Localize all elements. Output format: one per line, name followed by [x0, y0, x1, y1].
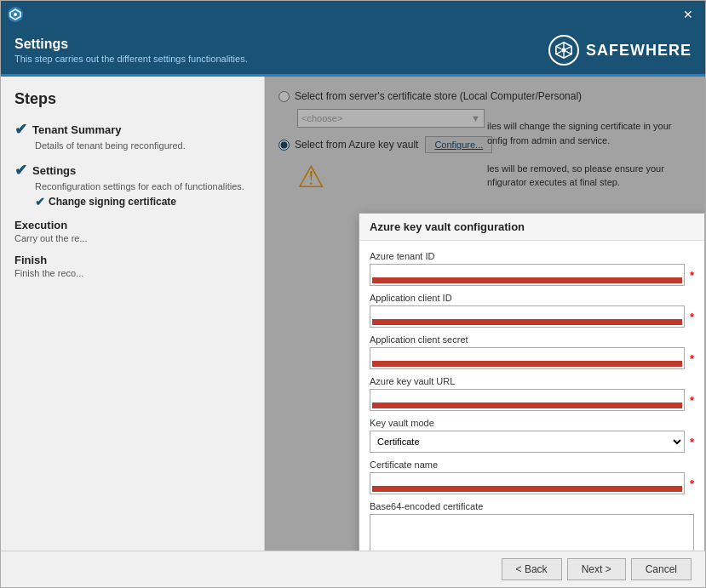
svg-point-1 — [14, 13, 17, 16]
step-name-2: Settings — [32, 164, 76, 177]
svg-line-8 — [556, 51, 561, 54]
execution-desc: Carry out the re... — [14, 233, 250, 243]
header: Settings This step carries out the diffe… — [1, 28, 705, 77]
step-tenant-summary: ✔ Tenant Summary Details of tenant being… — [14, 120, 250, 151]
field-keyvault-url: Azure key vault URL * — [370, 376, 694, 411]
input-wrapper-keyvault-url — [370, 389, 685, 411]
field-base64-cert: Base64-encoded certificate — [370, 501, 694, 551]
required-2: * — [690, 311, 694, 323]
required-4: * — [690, 394, 694, 407]
input-cert-name[interactable] — [370, 472, 685, 494]
field-label-keyvault-mode: Key vault mode — [370, 418, 694, 428]
sidebar-heading: Steps — [14, 90, 250, 108]
modal-dialog: Azure key vault configuration Azure tena… — [359, 213, 705, 551]
field-cert-name: Certificate name * — [370, 460, 694, 494]
logo-text: SAFEWHERE — [586, 42, 692, 60]
field-label-keyvault-url: Azure key vault URL — [370, 376, 694, 386]
field-azure-tenant-id: Azure tenant ID * — [370, 251, 694, 286]
field-label-app-client-secret: Application client secret — [370, 334, 694, 345]
title-bar: ✕ — [1, 1, 705, 28]
check-icon-1: ✔ — [14, 120, 27, 139]
field-row-app-client-id: * — [370, 305, 694, 328]
field-label-cert-name: Certificate name — [370, 460, 694, 470]
required-6: * — [690, 477, 694, 490]
header-subtitle: This step carries out the different sett… — [14, 54, 248, 64]
field-row-keyvault-mode: Certificate Secret Managed Identity * — [370, 431, 694, 453]
step-name-1: Tenant Summary — [32, 123, 122, 136]
modal-title: Azure key vault configuration — [359, 214, 704, 241]
select-keyvault-mode[interactable]: Certificate Secret Managed Identity — [370, 431, 685, 453]
close-button[interactable]: ✕ — [678, 4, 698, 25]
next-button[interactable]: Next > — [567, 558, 626, 580]
field-label-app-client-id: Application client ID — [370, 293, 694, 303]
input-app-client-secret[interactable] — [370, 347, 685, 369]
field-label-tenant-id: Azure tenant ID — [370, 251, 694, 261]
step-execution: Execution Carry out the re... — [14, 219, 250, 243]
back-button[interactable]: < Back — [502, 558, 562, 580]
input-wrapper-app-client-id — [370, 305, 685, 328]
execution-title: Execution — [14, 219, 67, 231]
required-5: * — [690, 436, 694, 448]
textarea-base64[interactable] — [370, 514, 694, 551]
check-icon-sub-2: ✔ — [35, 195, 45, 208]
svg-line-6 — [556, 46, 561, 49]
step-title: ✔ Tenant Summary — [14, 120, 250, 139]
input-wrapper-app-client-secret — [370, 347, 685, 369]
field-app-client-secret: Application client secret * — [370, 334, 694, 369]
input-wrapper-tenant-id — [370, 264, 685, 286]
svg-point-3 — [561, 48, 566, 53]
main-window: ✕ Settings This step carries out the dif… — [0, 0, 706, 588]
field-row-cert-name: * — [370, 472, 694, 494]
check-icon-2: ✔ — [14, 161, 27, 180]
input-keyvault-url[interactable] — [370, 389, 685, 411]
cancel-button[interactable]: Cancel — [631, 558, 692, 580]
bottom-bar: < Back Next > Cancel — [1, 551, 705, 587]
field-row-tenant-id: * — [370, 264, 694, 286]
step-sub-2: ✔ Change signing certificate — [35, 195, 250, 208]
title-bar-left — [8, 7, 23, 22]
app-icon — [8, 7, 23, 22]
step-desc-1: Details of tenant being reconfigured. — [35, 140, 250, 151]
field-app-client-id: Application client ID * — [370, 293, 694, 328]
input-app-client-id[interactable] — [370, 305, 685, 328]
step-title-2: ✔ Settings — [14, 161, 250, 180]
field-row-keyvault-url: * — [370, 389, 694, 411]
field-label-base64: Base64-encoded certificate — [370, 501, 694, 511]
step-settings: ✔ Settings Reconfiguration settings for … — [14, 161, 250, 208]
finish-desc: Finish the reco... — [14, 268, 250, 278]
required-3: * — [690, 352, 694, 365]
header-logo: SAFEWHERE — [548, 35, 692, 66]
sidebar: Steps ✔ Tenant Summary Details of tenant… — [1, 77, 265, 551]
modal-body: Azure tenant ID * Applicatio — [359, 241, 704, 551]
step-sub-name-2: Change signing certificate — [49, 196, 176, 208]
logo-icon — [548, 35, 579, 66]
field-keyvault-mode: Key vault mode Certificate Secret Manage… — [370, 418, 694, 453]
svg-line-7 — [566, 51, 571, 54]
header-title: Settings — [14, 37, 248, 52]
content-area: Select from server's certificate store (… — [265, 77, 705, 551]
modal-overlay: Azure key vault configuration Azure tena… — [265, 77, 705, 551]
field-row-app-client-secret: * — [370, 347, 694, 369]
svg-line-9 — [566, 46, 571, 49]
step-desc-2: Reconfiguration settings for each of fun… — [35, 181, 250, 191]
step-finish: Finish Finish the reco... — [14, 254, 250, 278]
main-body: Steps ✔ Tenant Summary Details of tenant… — [1, 77, 705, 551]
input-tenant-id[interactable] — [370, 264, 685, 286]
header-text: Settings This step carries out the diffe… — [14, 37, 248, 64]
finish-title: Finish — [14, 254, 47, 266]
required-1: * — [690, 269, 694, 282]
input-wrapper-cert-name — [370, 472, 685, 494]
